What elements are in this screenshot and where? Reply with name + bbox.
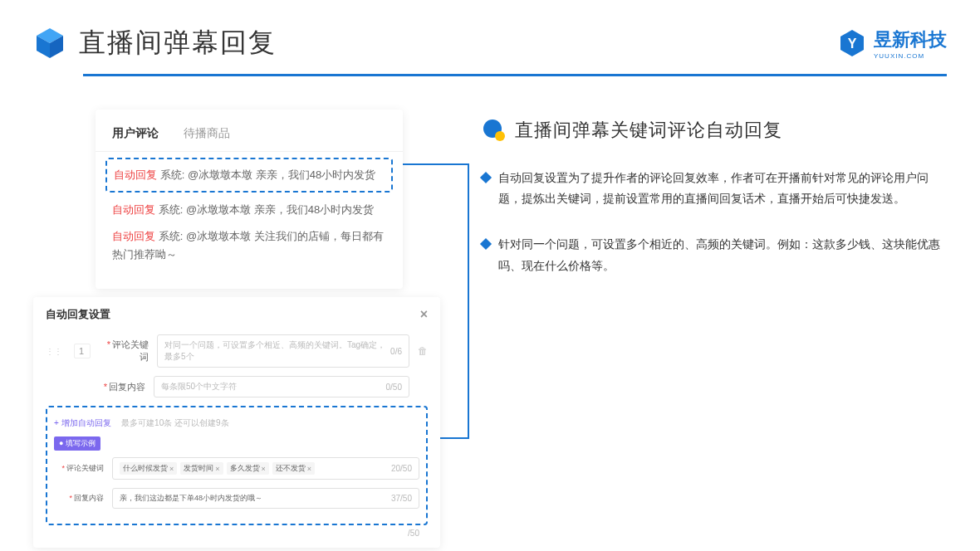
ex-keyword-input[interactable]: 什么时候发货×发货时间×多久发货×还不发货× 20/50 bbox=[112, 457, 419, 480]
description-panel: 直播间弹幕关键词评论自动回复 自动回复设置为了提升作者的评论回复效率，作者可在开… bbox=[482, 110, 947, 548]
page-title: 直播间弹幕回复 bbox=[79, 25, 277, 61]
auto-reply-modal: 自动回复设置 × ⋮⋮ 1 评论关键词 对同一个问题，可设置多个相近、高频的关键… bbox=[33, 297, 440, 548]
comment-item: 自动回复 系统: @冰墩墩本墩 亲亲，我们48小时内发货 bbox=[112, 201, 386, 219]
keyword-tag[interactable]: 还不发货× bbox=[272, 462, 315, 475]
connector-line bbox=[468, 163, 469, 437]
keyword-tag[interactable]: 多久发货× bbox=[227, 462, 269, 475]
ex-content-label: 回复内容 bbox=[54, 493, 104, 504]
bullet-point: 针对同一个问题，可设置多个相近的、高频的关键词。例如：这款多少钱、这块能优惠吗、… bbox=[482, 234, 947, 276]
keyword-label: 评论关键词 bbox=[99, 339, 149, 363]
example-highlight-box: + 增加自动回复 最多可建10条 还可以创建9条 ● 填写示例 评论关键词 什么… bbox=[46, 406, 428, 525]
close-icon[interactable]: × bbox=[420, 307, 428, 322]
brand-logo: Y 昱新科技 YUUXIN.COM bbox=[837, 27, 947, 60]
comments-panel: 用户评论 待播商品 自动回复 系统: @冰墩墩本墩 亲亲，我们48小时内发货 自… bbox=[96, 110, 403, 289]
modal-title-text: 自动回复设置 bbox=[46, 307, 110, 322]
row-number: 1 bbox=[74, 344, 91, 358]
ex-keyword-label: 评论关键词 bbox=[54, 463, 104, 474]
diamond-icon bbox=[480, 238, 492, 250]
keyword-input[interactable]: 对同一个问题，可设置多个相近、高频的关键词。Tag确定，最多5个 0/6 bbox=[157, 334, 409, 368]
tab-goods[interactable]: 待播商品 bbox=[184, 126, 230, 141]
screenshot-preview: 用户评论 待播商品 自动回复 系统: @冰墩墩本墩 亲亲，我们48小时内发货 自… bbox=[33, 110, 448, 548]
brand-sub: YUUXIN.COM bbox=[874, 52, 947, 60]
brand-icon: Y bbox=[837, 28, 867, 58]
content-input[interactable]: 每条限50个中文字符 0/50 bbox=[154, 376, 409, 397]
tag-list: 什么时候发货×发货时间×多久发货×还不发货× bbox=[120, 462, 318, 475]
svg-point-5 bbox=[495, 131, 505, 141]
page-header: 直播间弹幕回复 Y 昱新科技 YUUXIN.COM bbox=[0, 0, 980, 70]
brand-name: 昱新科技 bbox=[874, 27, 947, 52]
ex-content-input[interactable]: 亲，我们这边都是下单48小时内发货的哦～ 37/50 bbox=[112, 488, 419, 509]
delete-icon[interactable]: 🗑 bbox=[418, 345, 428, 357]
comment-item-highlighted: 自动回复 系统: @冰墩墩本墩 亲亲，我们48小时内发货 bbox=[105, 158, 393, 193]
speech-bubble-icon bbox=[482, 118, 507, 143]
connector-line bbox=[403, 163, 469, 165]
example-badge: ● 填写示例 bbox=[54, 436, 100, 451]
add-hint: 最多可建10条 还可以创建9条 bbox=[121, 418, 228, 427]
section-title: 直播间弹幕关键词评论自动回复 bbox=[515, 118, 782, 143]
add-reply-link[interactable]: + 增加自动回复 bbox=[54, 418, 111, 427]
bullet-point: 自动回复设置为了提升作者的评论回复效率，作者可在开播前针对常见的评论用户问题，提… bbox=[482, 168, 947, 209]
cube-logo-icon bbox=[33, 27, 66, 60]
keyword-tag[interactable]: 什么时候发货× bbox=[120, 462, 177, 475]
svg-text:Y: Y bbox=[848, 37, 857, 51]
keyword-tag[interactable]: 发货时间× bbox=[180, 462, 223, 475]
outer-count: /50 bbox=[46, 529, 428, 538]
content-label: 回复内容 bbox=[96, 381, 145, 393]
diamond-icon bbox=[480, 172, 492, 183]
comment-item: 自动回复 系统: @冰墩墩本墩 关注我们的店铺，每日都有热门推荐呦～ bbox=[112, 227, 386, 264]
drag-handle-icon[interactable]: ⋮⋮ bbox=[46, 347, 62, 356]
tab-comments[interactable]: 用户评论 bbox=[112, 126, 159, 141]
